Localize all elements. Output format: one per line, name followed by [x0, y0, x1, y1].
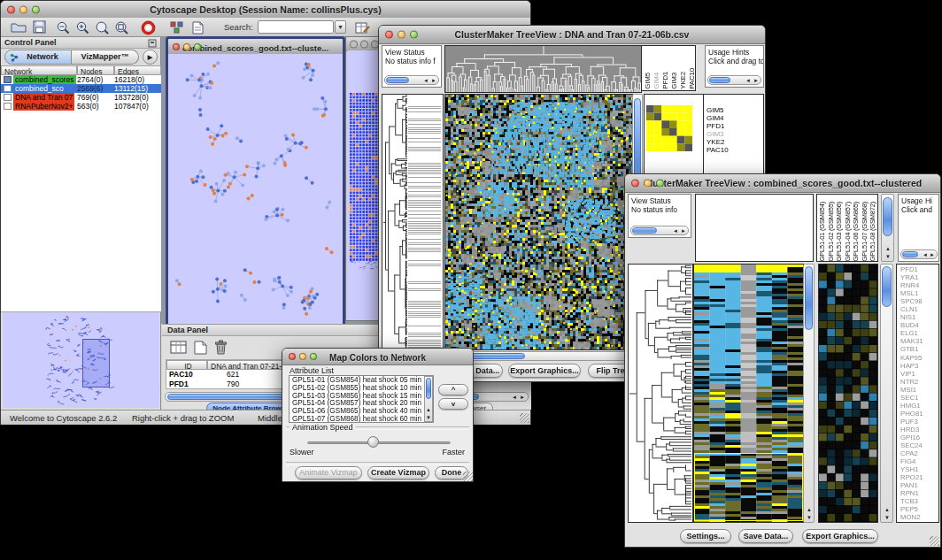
attribute-editor-icon[interactable]: [355, 20, 371, 35]
settings-button[interactable]: Settings...: [680, 529, 731, 543]
minimize-button[interactable]: [183, 43, 190, 50]
gene-dendrogram[interactable]: [628, 264, 693, 523]
treeview1-title-bar[interactable]: ClusterMaker TreeView : DNA and Tran 07-…: [379, 26, 765, 44]
close-button[interactable]: [289, 353, 296, 360]
scroll-down-arrow[interactable]: ▼: [884, 514, 891, 521]
table-icon[interactable]: [169, 340, 189, 356]
birdseye-view[interactable]: [3, 312, 159, 408]
scroll-left-arrow[interactable]: ◄: [511, 394, 518, 401]
zoom-selected-icon[interactable]: [95, 20, 110, 35]
main-title-bar[interactable]: Cytoscape Desktop (Session Name: collins…: [1, 1, 530, 19]
zoom-button[interactable]: [194, 43, 201, 50]
array-dendrogram[interactable]: [444, 45, 642, 93]
tab-overflow-button[interactable]: ▶: [143, 50, 158, 65]
animate-vizmap-button[interactable]: Animate Vizmap: [295, 466, 362, 479]
usage-hints-hscroll[interactable]: ◄ ►: [707, 75, 761, 85]
view-status-hscroll[interactable]: ◄ ►: [384, 75, 439, 85]
scroll-up-arrow[interactable]: ▲: [884, 506, 891, 513]
network-canvas[interactable]: [168, 54, 343, 324]
slider-thumb[interactable]: [367, 436, 379, 448]
dialog-title-bar[interactable]: Map Colors to Network: [282, 349, 473, 365]
scroll-thumb[interactable]: [632, 227, 657, 234]
scroll-thumb[interactable]: [805, 266, 813, 330]
scroll-left-arrow[interactable]: ◄: [745, 77, 752, 84]
scroll-thumb[interactable]: [709, 77, 730, 83]
data-col-id[interactable]: ID: [166, 360, 207, 370]
new-document-icon[interactable]: [192, 340, 208, 356]
tab-vizmapper[interactable]: VizMapper™: [72, 50, 139, 65]
treeview1-hscroll[interactable]: ◄ ►: [444, 351, 643, 361]
scroll-thumb[interactable]: [902, 251, 918, 257]
scroll-up-arrow[interactable]: ▲: [884, 245, 892, 252]
usage-hints-hscroll[interactable]: ◄ ►: [900, 249, 938, 259]
network-row[interactable]: combined_scores 2764(0) 16218(0): [1, 75, 161, 84]
similarity-matrix[interactable]: [646, 105, 692, 151]
save-data-button[interactable]: Save Data...: [738, 529, 793, 543]
scroll-right-arrow[interactable]: ►: [519, 394, 526, 401]
annotation-icon[interactable]: [190, 20, 205, 35]
close-button[interactable]: [631, 180, 639, 188]
export-graphics-button[interactable]: Export Graphics...: [508, 364, 581, 378]
close-button[interactable]: [385, 31, 393, 39]
save-session-icon[interactable]: [33, 20, 47, 35]
resize-grip[interactable]: [520, 413, 529, 423]
scroll-right-arrow[interactable]: ►: [680, 227, 687, 234]
scroll-down-arrow[interactable]: ▼: [425, 414, 432, 421]
network-row[interactable]: RNAPuberNov2+ 563(0) 107847(0): [1, 102, 161, 111]
heatmap-global[interactable]: [693, 264, 804, 523]
export-graphics-button[interactable]: Export Graphics...: [802, 529, 878, 543]
scroll-thumb[interactable]: [386, 77, 409, 83]
close-button[interactable]: [7, 5, 15, 13]
attribute-item[interactable]: GPL51-07 (GSM868) heat shock 60 min: [290, 416, 421, 423]
search-input[interactable]: [258, 20, 334, 34]
zoom-button[interactable]: [410, 31, 418, 39]
heatmap-vscroll[interactable]: ▲ ▼: [803, 264, 815, 523]
open-session-icon[interactable]: [10, 20, 27, 35]
scroll-up-arrow[interactable]: ▲: [425, 406, 432, 413]
column-header-edges[interactable]: Edges: [114, 65, 161, 75]
zoom-button[interactable]: [32, 5, 40, 13]
move-down-button[interactable]: v: [438, 398, 468, 410]
minimize-button[interactable]: [398, 31, 405, 39]
vizmapper-icon[interactable]: [169, 20, 185, 35]
tab-network[interactable]: Network: [4, 50, 72, 65]
array-dendrogram-panel[interactable]: [695, 194, 814, 262]
scroll-thumb[interactable]: [882, 266, 892, 307]
minimize-button[interactable]: [299, 353, 306, 360]
scroll-left-arrow[interactable]: ◄: [422, 77, 429, 84]
column-header-nodes[interactable]: Nodes: [77, 65, 114, 75]
column-vscroll[interactable]: ▲ ▼: [881, 194, 894, 262]
zoom-button[interactable]: [310, 353, 317, 360]
float-panel-icon[interactable]: [148, 39, 157, 48]
zoom-in-icon[interactable]: [75, 20, 90, 35]
scroll-up-arrow[interactable]: ▲: [806, 506, 813, 513]
scroll-down-arrow[interactable]: ▼: [806, 514, 813, 521]
column-header-network[interactable]: Network: [1, 65, 77, 75]
network-view-window-1[interactable]: combined_scores_good.txt--cluste...: [166, 36, 345, 326]
trash-icon[interactable]: [213, 339, 228, 356]
resize-grip[interactable]: [463, 472, 473, 481]
zoom-out-icon[interactable]: [56, 20, 71, 35]
close-button[interactable]: [350, 40, 358, 48]
network-row[interactable]: DNA and Tran 07 769(0) 183728(0): [1, 93, 161, 102]
zoom-button[interactable]: [656, 180, 664, 188]
view-status-hscroll[interactable]: ◄ ►: [630, 226, 689, 235]
scroll-right-arrow[interactable]: ►: [753, 77, 760, 84]
scroll-left-arrow[interactable]: ◄: [672, 227, 679, 234]
close-button[interactable]: [173, 43, 180, 50]
attribute-list[interactable]: GPL51-01 (GSM854) heat shock 05 minGPL51…: [289, 375, 434, 423]
network-row[interactable]: combined_sco 2569(6) 13112(15): [1, 84, 161, 93]
zoom-vscroll[interactable]: ▲ ▼: [880, 264, 893, 523]
heatmap-zoom[interactable]: [818, 264, 878, 523]
scroll-right-arrow[interactable]: ►: [430, 77, 437, 84]
scroll-down-arrow[interactable]: ▼: [884, 253, 892, 260]
create-vizmap-button[interactable]: Create Vizmap: [367, 466, 429, 479]
treeview2-title-bar[interactable]: ClusterMaker TreeView : combined_scores_…: [625, 174, 940, 193]
search-dropdown-arrow[interactable]: ▼: [335, 20, 346, 34]
heatmap-global[interactable]: [444, 94, 633, 350]
minimize-button[interactable]: [19, 5, 27, 13]
scroll-thumb[interactable]: [883, 197, 892, 236]
minimize-button[interactable]: [360, 40, 368, 48]
gene-dendrogram[interactable]: [382, 94, 444, 350]
scroll-thumb[interactable]: [426, 378, 431, 399]
